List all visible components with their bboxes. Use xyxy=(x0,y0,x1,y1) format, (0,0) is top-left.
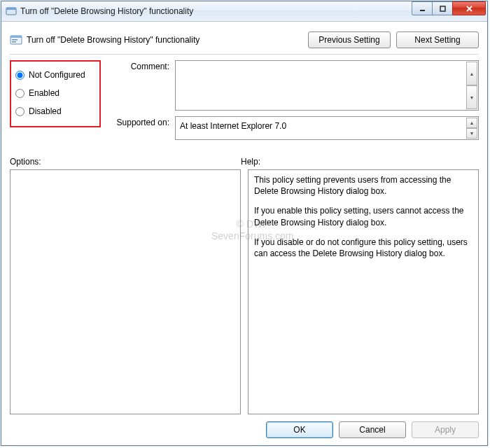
window-body: Turn off "Delete Browsing History" funct… xyxy=(1,22,487,445)
policy-title: Turn off "Delete Browsing History" funct… xyxy=(27,35,308,45)
supported-scrollbar[interactable]: ▲ ▼ xyxy=(466,118,477,139)
previous-setting-button[interactable]: Previous Setting xyxy=(308,31,391,48)
comment-scrollbar[interactable]: ▲ ▼ xyxy=(466,62,477,109)
supported-row: Supported on: At least Internet Explorer… xyxy=(108,116,479,140)
options-heading: Options: xyxy=(10,157,241,167)
svg-rect-7 xyxy=(12,41,16,43)
ok-button[interactable]: OK xyxy=(266,421,333,438)
window-controls xyxy=(412,4,486,18)
apply-button[interactable]: Apply xyxy=(412,421,479,438)
svg-rect-5 xyxy=(10,36,22,38)
supported-label: Supported on: xyxy=(108,116,169,140)
separator xyxy=(10,54,479,55)
maximize-button[interactable] xyxy=(432,1,453,15)
panels-row: This policy setting prevents users from … xyxy=(10,169,479,414)
minimize-button[interactable] xyxy=(412,1,433,15)
radio-disabled[interactable]: Disabled xyxy=(14,102,97,120)
supported-on-box: At least Internet Explorer 7.0 ▲ ▼ xyxy=(175,116,479,140)
window-title: Turn off "Delete Browsing History" funct… xyxy=(20,6,412,16)
radio-label: Disabled xyxy=(29,106,62,116)
help-paragraph: If you enable this policy setting, users… xyxy=(254,205,472,227)
state-radio-group: Not Configured Enabled Disabled xyxy=(10,60,101,127)
footer-buttons: OK Cancel Apply xyxy=(10,421,479,438)
scroll-down-icon[interactable]: ▼ xyxy=(466,128,477,139)
help-paragraph: This policy setting prevents users from … xyxy=(254,174,472,197)
svg-rect-6 xyxy=(12,39,18,41)
help-paragraph: If you disable or do not configure this … xyxy=(254,237,472,259)
help-heading: Help: xyxy=(241,157,479,167)
next-setting-button[interactable]: Next Setting xyxy=(396,31,479,48)
nav-buttons: Previous Setting Next Setting xyxy=(308,31,479,48)
right-column: Comment: ▲ ▼ Supported on: At least Inte… xyxy=(108,60,479,140)
radio-label: Not Configured xyxy=(29,70,85,80)
radio-enabled-input[interactable] xyxy=(15,89,24,98)
radio-disabled-input[interactable] xyxy=(15,107,24,116)
scroll-up-icon[interactable]: ▲ xyxy=(466,118,477,128)
top-grid: Not Configured Enabled Disabled Comment: xyxy=(10,60,479,140)
radio-not-configured-input[interactable] xyxy=(15,71,24,80)
scroll-up-icon[interactable]: ▲ xyxy=(466,62,477,85)
comment-textarea[interactable]: ▲ ▼ xyxy=(175,60,479,111)
radio-not-configured[interactable]: Not Configured xyxy=(14,66,97,84)
app-icon xyxy=(6,6,17,17)
help-panel: This policy setting prevents users from … xyxy=(248,169,479,414)
titlebar: Turn off "Delete Browsing History" funct… xyxy=(1,1,487,22)
radio-enabled[interactable]: Enabled xyxy=(14,84,97,102)
supported-on-value: At least Internet Explorer 7.0 xyxy=(180,120,465,131)
svg-rect-2 xyxy=(420,10,425,11)
section-labels: Options: Help: xyxy=(10,157,479,167)
radio-label: Enabled xyxy=(29,88,59,98)
cancel-button[interactable]: Cancel xyxy=(339,421,406,438)
header-row: Turn off "Delete Browsing History" funct… xyxy=(10,29,479,51)
close-button[interactable] xyxy=(452,1,486,15)
comment-label: Comment: xyxy=(108,60,169,111)
svg-rect-1 xyxy=(6,8,16,10)
scroll-down-icon[interactable]: ▼ xyxy=(466,85,477,109)
options-panel xyxy=(10,169,241,414)
policy-editor-window: Turn off "Delete Browsing History" funct… xyxy=(1,1,488,446)
comment-row: Comment: ▲ ▼ xyxy=(108,60,479,111)
policy-icon xyxy=(10,34,22,46)
svg-rect-3 xyxy=(440,6,445,11)
